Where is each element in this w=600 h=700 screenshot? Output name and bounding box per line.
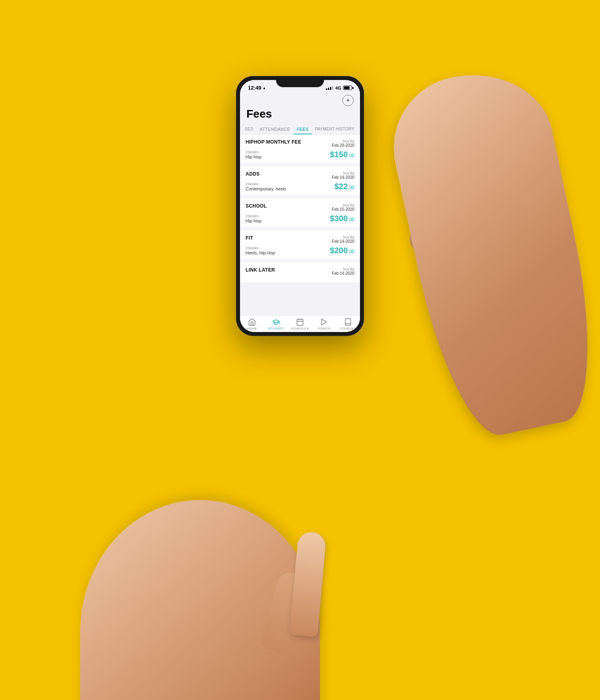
fee-card-body-4: Classes Heels, Hip Hop $200.00: [246, 246, 354, 255]
signal-bar-2: [328, 88, 329, 90]
fee-card-linklater[interactable]: LINK LATER Due By Feb 14-2020: [240, 262, 360, 282]
nav-item-home[interactable]: HOME: [240, 318, 264, 330]
nav-label-videos: VIDEOS: [318, 327, 330, 330]
page-title: Fees: [240, 106, 360, 124]
fee-amount-2: $22.00: [334, 182, 354, 191]
fee-amount-3: $300.00: [330, 214, 354, 223]
add-button[interactable]: +: [342, 95, 354, 106]
courses-icon: [344, 318, 352, 326]
app-header: +: [240, 92, 360, 106]
tab-attendance[interactable]: ATTENDANCE: [256, 124, 294, 134]
fee-name-5: LINK LATER: [246, 267, 332, 273]
signal-bar-4: [332, 86, 333, 90]
fee-classes-3: Classes Hip Hop: [246, 214, 330, 223]
student-icon: [272, 318, 280, 326]
nav-label-home: HOME: [247, 327, 257, 330]
fee-name-2: ADDS: [246, 171, 332, 177]
fee-card-header-5: LINK LATER Due By Feb 14-2020: [246, 267, 354, 276]
svg-marker-4: [322, 319, 326, 325]
phone-container: 12:49 ▲ 4G: [236, 76, 364, 336]
videos-icon: [320, 318, 328, 326]
app-content: + Fees SES ATTENDANCE FEES: [240, 92, 360, 332]
svg-rect-0: [297, 319, 303, 325]
home-icon: [248, 318, 256, 326]
signal-bars: [326, 86, 333, 90]
phone-frame: 12:49 ▲ 4G: [236, 76, 364, 336]
tab-classes[interactable]: SES: [242, 124, 256, 134]
phone-screen: 12:49 ▲ 4G: [240, 80, 360, 332]
network-label: 4G: [335, 86, 341, 90]
fee-name-3: SCHOOL: [246, 203, 332, 209]
nav-label-student: STUDENT: [268, 327, 284, 330]
battery-fill: [344, 86, 350, 89]
fee-card-header-1: HIPHOP MONTHLY FEE Due By Feb 29-2020: [246, 139, 354, 148]
fee-name-4: FIT: [246, 235, 332, 241]
fee-card-body-1: Classes Hip Hop $150.00: [246, 150, 354, 159]
fee-card-body-3: Classes Hip Hop $300.00: [246, 214, 354, 223]
fee-due-5: Due By Feb 14-2020: [332, 267, 354, 276]
status-icons: 4G: [326, 86, 352, 90]
fee-card-fit[interactable]: FIT Due By Feb 14-2020 Classes Heels, Hi…: [240, 230, 360, 259]
fee-card-hiphop[interactable]: HIPHOP MONTHLY FEE Due By Feb 29-2020 Cl…: [240, 134, 360, 163]
nav-item-videos[interactable]: VIDEOS: [312, 318, 336, 330]
bottom-nav: HOME STUDENT: [240, 315, 360, 332]
nav-item-student[interactable]: STUDENT: [264, 318, 288, 330]
fee-card-header-3: SCHOOL Due By Feb 15-2020: [246, 203, 354, 212]
phone-notch: [276, 76, 324, 87]
fee-classes-1: Classes Hip Hop: [246, 150, 330, 159]
nav-item-courses[interactable]: COURSES: [336, 318, 360, 330]
fee-card-header-4: FIT Due By Feb 14-2020: [246, 235, 354, 244]
fee-list: HIPHOP MONTHLY FEE Due By Feb 29-2020 Cl…: [240, 134, 360, 315]
status-time: 12:49 ▲: [248, 85, 266, 91]
fee-due-4: Due By Feb 14-2020: [332, 235, 354, 244]
fee-amount-1: $150.00: [330, 150, 354, 159]
fee-card-header-2: ADDS Due By Feb 14-2020: [246, 171, 354, 180]
schedule-icon: [296, 318, 304, 326]
fee-due-3: Due By Feb 15-2020: [332, 203, 354, 212]
tab-payment-history[interactable]: PAYMENT HISTORY: [312, 124, 358, 134]
location-icon: ▲: [262, 86, 266, 90]
fee-card-body-2: Classes Contemporary, heels $22.00: [246, 182, 354, 191]
nav-label-schedule: SCHEDULE: [291, 327, 309, 330]
fee-due-1: Due By Feb 29-2020: [332, 139, 354, 148]
signal-bar-3: [330, 87, 331, 90]
fee-due-2: Due By Feb 14-2020: [332, 171, 354, 180]
tab-fees[interactable]: FEES: [294, 124, 312, 134]
nav-item-schedule[interactable]: SCHEDULE: [288, 318, 312, 330]
signal-bar-1: [326, 88, 327, 90]
fee-card-school[interactable]: SCHOOL Due By Feb 15-2020 Classes Hip Ho…: [240, 198, 360, 227]
fee-amount-4: $200.00: [330, 246, 354, 255]
fee-classes-2: Classes Contemporary, heels: [246, 182, 334, 191]
fee-card-adds[interactable]: ADDS Due By Feb 14-2020 Classes Contempo…: [240, 166, 360, 195]
tabs-container: SES ATTENDANCE FEES PAYMENT HISTORY: [240, 124, 360, 134]
battery-icon: [343, 86, 352, 90]
fee-classes-4: Classes Heels, Hip Hop: [246, 246, 330, 255]
nav-label-courses: COURSES: [340, 327, 356, 330]
fee-name-1: HIPHOP MONTHLY FEE: [246, 139, 332, 145]
